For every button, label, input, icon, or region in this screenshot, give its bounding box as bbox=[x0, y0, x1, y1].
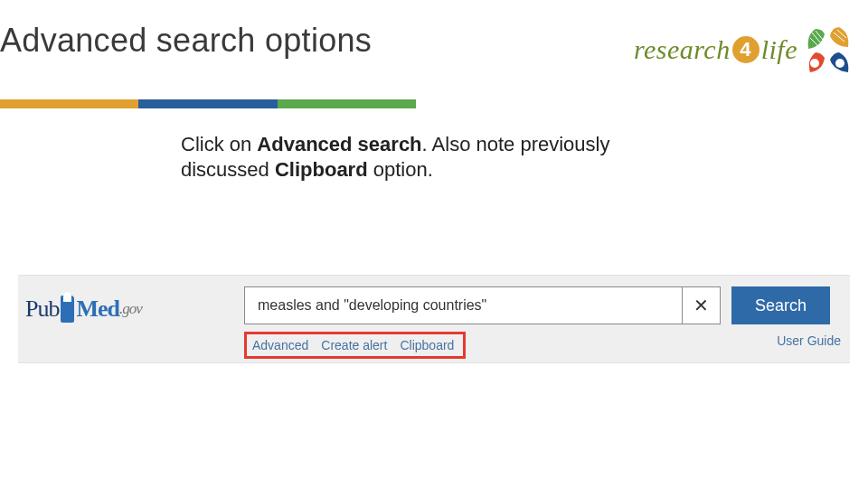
logo-text-right: life bbox=[761, 34, 797, 65]
instruction-text: Click on Advanced search. Also note prev… bbox=[181, 132, 687, 182]
pubmed-pub: Pub bbox=[25, 296, 59, 323]
search-input[interactable] bbox=[244, 286, 683, 324]
logo-digit: 4 bbox=[732, 36, 760, 63]
clipboard-link[interactable]: Clipboard bbox=[400, 338, 454, 352]
title-underline bbox=[0, 99, 416, 108]
pubmed-med: Med bbox=[76, 296, 119, 323]
sublinks-highlight: Advanced Create alert Clipboard bbox=[244, 332, 466, 359]
search-row: ✕ Search bbox=[244, 286, 830, 324]
pubmed-logo: Pub Med .gov bbox=[25, 296, 142, 323]
search-button[interactable]: Search bbox=[731, 286, 830, 324]
clear-button[interactable]: ✕ bbox=[683, 286, 721, 324]
pubmed-icon bbox=[61, 296, 74, 323]
page-title: Advanced search options bbox=[0, 22, 372, 60]
pubmed-gov: .gov bbox=[119, 300, 142, 318]
user-guide-link[interactable]: User Guide bbox=[777, 333, 841, 348]
create-alert-link[interactable]: Create alert bbox=[321, 338, 387, 352]
pubmed-screenshot: Pub Med .gov ✕ Search Advanced Create al… bbox=[18, 275, 850, 363]
advanced-link[interactable]: Advanced bbox=[252, 338, 308, 352]
svg-point-1 bbox=[835, 59, 844, 68]
research4life-icon bbox=[803, 25, 852, 74]
svg-point-0 bbox=[810, 59, 819, 68]
logo-text-left: research bbox=[634, 34, 731, 65]
close-icon: ✕ bbox=[693, 295, 709, 316]
research4life-logo: research 4 life bbox=[634, 25, 852, 74]
